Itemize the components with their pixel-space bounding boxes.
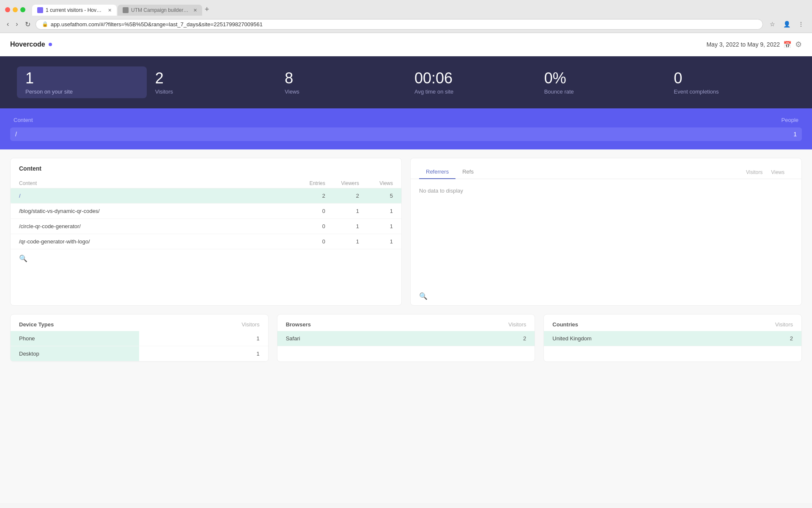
country-label-uk: United Kingdom [552, 335, 592, 342]
table-row[interactable]: /circle-qr-code-generator/ 0 1 1 [11, 219, 401, 234]
referrers-no-data: No data to display [411, 179, 801, 202]
browser-row-safari[interactable]: Safari 2 [277, 331, 535, 346]
table-row[interactable]: /blog/static-vs-dynamic-qr-codes/ 0 1 1 [11, 204, 401, 219]
site-name: Hovercode [10, 41, 45, 48]
calendar-icon: 📅 [783, 41, 792, 49]
country-val-uk: 2 [790, 335, 793, 342]
device-types-header: Device Types Visitors [11, 315, 268, 331]
stat-avg-time-label: Avg time on site [414, 88, 453, 95]
stat-bounce-rate[interactable]: 0% Bounce rate [536, 66, 666, 98]
tab-close-2[interactable]: ✕ [193, 8, 197, 13]
row-viewers: 1 [325, 208, 359, 214]
stat-views-value: 8 [285, 70, 293, 87]
browser-row-bar [277, 331, 535, 346]
browsers-card: Browsers Visitors Safari 2 [277, 314, 535, 362]
row-path: /qr-code-generator-with-logo/ [19, 238, 291, 245]
stat-current-visitors[interactable]: 1 Person on your site [17, 66, 147, 98]
tab-favicon-1 [37, 7, 43, 13]
stat-avg-time-value: 00:06 [414, 70, 453, 87]
device-row-desktop[interactable]: Desktop 1 [11, 346, 268, 362]
referrers-search-button[interactable]: 🔍 [419, 292, 428, 300]
menu-icon[interactable]: ⋮ [795, 18, 807, 30]
app-wrapper: Hovercode May 3, 2022 to May 9, 2022 📅 ⚙… [0, 33, 812, 503]
date-range-selector[interactable]: May 3, 2022 to May 9, 2022 📅 ⚙ [706, 40, 802, 49]
device-label-phone: Phone [19, 335, 35, 342]
device-types-card: Device Types Visitors Phone 1 Desktop 1 [10, 314, 269, 362]
tab-close-1[interactable]: ✕ [108, 8, 112, 13]
device-types-col-visitors: Visitors [241, 321, 259, 328]
row-views: 1 [359, 208, 393, 214]
bottom-three-col: Device Types Visitors Phone 1 Desktop 1 … [10, 314, 802, 362]
row-entries: 0 [291, 208, 325, 214]
account-icon[interactable]: 👤 [781, 18, 793, 30]
live-table-row[interactable]: / 1 [10, 127, 802, 141]
table-row[interactable]: /qr-code-generator-with-logo/ 0 1 1 [11, 234, 401, 249]
countries-col-visitors: Visitors [775, 321, 793, 328]
device-val-phone: 1 [256, 335, 259, 342]
stat-visitors-label: Visitors [155, 88, 173, 95]
col-header-viewers: Viewers [325, 180, 359, 186]
stats-bar: 1 Person on your site 2 Visitors 8 Views… [0, 56, 812, 108]
url-text: app.usefathom.com/#/?filters=%5B%5D&rang… [51, 21, 757, 28]
site-selector[interactable]: Hovercode [10, 41, 52, 48]
browser-val-safari: 2 [523, 335, 526, 342]
live-row-people: 1 [793, 131, 797, 138]
tab-refs[interactable]: Refs [455, 165, 480, 179]
main-two-col: Content Content Entries Viewers Views / … [10, 158, 802, 306]
browser-titlebar: 1 current visitors - Hovercode ✕ UTM Cam… [0, 0, 812, 16]
row-path: /circle-qr-code-generator/ [19, 223, 291, 229]
row-views: 1 [359, 238, 393, 245]
col-header-content: Content [19, 180, 291, 186]
content-table-card: Content Content Entries Viewers Views / … [10, 158, 402, 306]
row-entries: 2 [291, 193, 325, 199]
live-col-content: Content [14, 117, 33, 123]
bookmark-icon[interactable]: ☆ [766, 18, 778, 30]
app-header: Hovercode May 3, 2022 to May 9, 2022 📅 ⚙ [0, 33, 812, 56]
countries-header: Countries Visitors [544, 315, 801, 331]
date-range-text: May 3, 2022 to May 9, 2022 [706, 41, 780, 48]
settings-icon[interactable]: ⚙ [795, 40, 802, 49]
browsers-title: Browsers [286, 321, 311, 328]
row-views: 1 [359, 223, 393, 229]
stat-avg-time[interactable]: 00:06 Avg time on site [406, 66, 536, 98]
minimize-window-button[interactable] [13, 7, 18, 12]
stat-bounce-label: Bounce rate [544, 88, 574, 95]
row-viewers: 1 [325, 223, 359, 229]
reload-button[interactable]: ↻ [23, 19, 32, 29]
countries-title: Countries [552, 321, 578, 328]
country-row-uk[interactable]: United Kingdom 2 [544, 331, 801, 346]
device-label-desktop: Desktop [19, 351, 39, 357]
device-types-title: Device Types [19, 321, 54, 328]
content-search-button[interactable]: 🔍 [19, 254, 27, 262]
row-viewers: 1 [325, 238, 359, 245]
browser-tabs: 1 current visitors - Hovercode ✕ UTM Cam… [32, 3, 807, 16]
row-viewers: 2 [325, 193, 359, 199]
col-header-views: Views [359, 180, 393, 186]
stat-views[interactable]: 8 Views [276, 66, 406, 98]
content-card-header: Content [11, 158, 401, 179]
new-tab-button[interactable]: + [203, 3, 211, 16]
stat-visitors[interactable]: 2 Visitors [147, 66, 277, 98]
browser-tab-active[interactable]: 1 current visitors - Hovercode ✕ [32, 5, 117, 16]
maximize-window-button[interactable] [20, 7, 25, 12]
stat-events-value: 0 [674, 70, 682, 87]
referrers-card-footer: 🔍 [411, 287, 801, 305]
live-dot-indicator [49, 43, 52, 46]
row-entries: 0 [291, 223, 325, 229]
countries-card: Countries Visitors United Kingdom 2 [543, 314, 802, 362]
device-val-desktop: 1 [256, 351, 259, 357]
tab-referrers[interactable]: Referrers [419, 165, 455, 179]
table-row[interactable]: / 2 2 5 [11, 188, 401, 204]
live-table-header: Content People [10, 117, 802, 127]
tab-title-1: 1 current visitors - Hovercode [46, 7, 104, 13]
forward-button[interactable]: › [14, 19, 19, 29]
browser-tab-inactive[interactable]: UTM Campaign builder - Fath... ✕ [118, 5, 202, 16]
live-col-people: People [782, 117, 798, 123]
row-views: 5 [359, 193, 393, 199]
referrers-tab-row: Referrers Refs Visitors Views [411, 158, 801, 179]
close-window-button[interactable] [5, 7, 10, 12]
stat-events[interactable]: 0 Event completions [665, 66, 795, 98]
back-button[interactable]: ‹ [5, 19, 11, 29]
device-row-phone[interactable]: Phone 1 [11, 331, 268, 346]
url-bar[interactable]: 🔒 app.usefathom.com/#/?filters=%5B%5D&ra… [36, 19, 763, 30]
